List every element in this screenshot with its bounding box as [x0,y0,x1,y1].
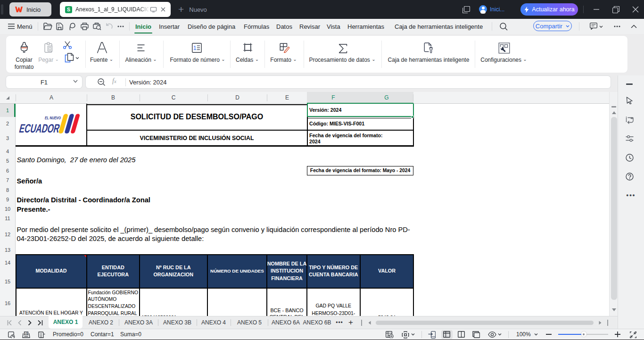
svg-text:VB: VB [25,332,28,334]
svg-text:ECUADOR: ECUADOR [18,122,61,135]
svg-text:EL NUEVO: EL NUEVO [45,115,61,120]
svg-text:1: 1 [193,45,197,51]
svg-text:S: S [67,7,70,12]
